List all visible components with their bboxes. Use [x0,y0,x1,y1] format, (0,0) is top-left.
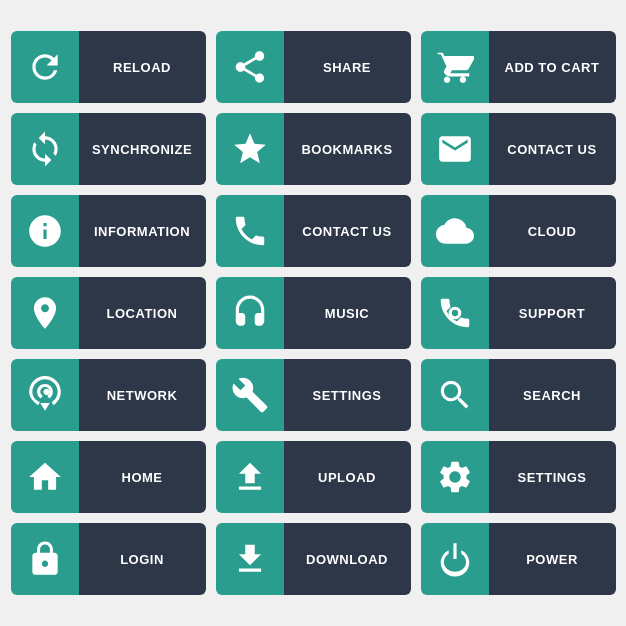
lock-icon [11,523,79,595]
button-grid: RELOADSHAREADD TO CARTSYNCHRONIZEBOOKMAR… [0,19,626,607]
btn-label-music: MUSIC [284,277,411,349]
info-icon [11,195,79,267]
btn-label-reload: RELOAD [79,31,206,103]
share-icon [216,31,284,103]
star-icon [216,113,284,185]
btn-label-download: DOWNLOAD [284,523,411,595]
btn-label-network: NETWORK [79,359,206,431]
btn-upload[interactable]: UPLOAD [216,441,411,513]
btn-search[interactable]: SEARCH [421,359,616,431]
btn-label-power: POWER [489,523,616,595]
btn-label-bookmarks: BOOKMARKS [284,113,411,185]
btn-support[interactable]: SUPPORT [421,277,616,349]
support-icon [421,277,489,349]
location-icon [11,277,79,349]
btn-label-settings-1: SETTINGS [284,359,411,431]
btn-home[interactable]: HOME [11,441,206,513]
btn-location[interactable]: LOCATION [11,277,206,349]
btn-download[interactable]: DOWNLOAD [216,523,411,595]
btn-label-synchronize: SYNCHRONIZE [79,113,206,185]
btn-label-home: HOME [79,441,206,513]
wrench-icon [216,359,284,431]
btn-network[interactable]: NETWORK [11,359,206,431]
cart-icon [421,31,489,103]
btn-label-settings-2: SETTINGS [489,441,616,513]
btn-label-upload: UPLOAD [284,441,411,513]
btn-label-contact-us-1: CONTACT US [489,113,616,185]
cloud-icon [421,195,489,267]
power-icon [421,523,489,595]
btn-label-login: LOGIN [79,523,206,595]
phone-icon [216,195,284,267]
btn-settings-1[interactable]: SETTINGS [216,359,411,431]
gear-icon [421,441,489,513]
btn-settings-2[interactable]: SETTINGS [421,441,616,513]
btn-contact-us-1[interactable]: CONTACT US [421,113,616,185]
btn-label-contact-us-2: CONTACT US [284,195,411,267]
btn-login[interactable]: LOGIN [11,523,206,595]
mail-icon [421,113,489,185]
home-icon [11,441,79,513]
upload-icon [216,441,284,513]
reload-icon [11,31,79,103]
headphones-icon [216,277,284,349]
btn-power[interactable]: POWER [421,523,616,595]
btn-cloud[interactable]: CLOUD [421,195,616,267]
btn-synchronize[interactable]: SYNCHRONIZE [11,113,206,185]
btn-label-support: SUPPORT [489,277,616,349]
btn-label-cloud: CLOUD [489,195,616,267]
btn-label-share: SHARE [284,31,411,103]
btn-label-information: INFORMATION [79,195,206,267]
btn-music[interactable]: MUSIC [216,277,411,349]
btn-label-add-to-cart: ADD TO CART [489,31,616,103]
btn-reload[interactable]: RELOAD [11,31,206,103]
sync-icon [11,113,79,185]
btn-bookmarks[interactable]: BOOKMARKS [216,113,411,185]
btn-contact-us-2[interactable]: CONTACT US [216,195,411,267]
download-icon [216,523,284,595]
svg-point-0 [450,308,460,318]
btn-label-search: SEARCH [489,359,616,431]
btn-add-to-cart[interactable]: ADD TO CART [421,31,616,103]
btn-share[interactable]: SHARE [216,31,411,103]
search-icon [421,359,489,431]
btn-information[interactable]: INFORMATION [11,195,206,267]
network-icon [11,359,79,431]
btn-label-location: LOCATION [79,277,206,349]
